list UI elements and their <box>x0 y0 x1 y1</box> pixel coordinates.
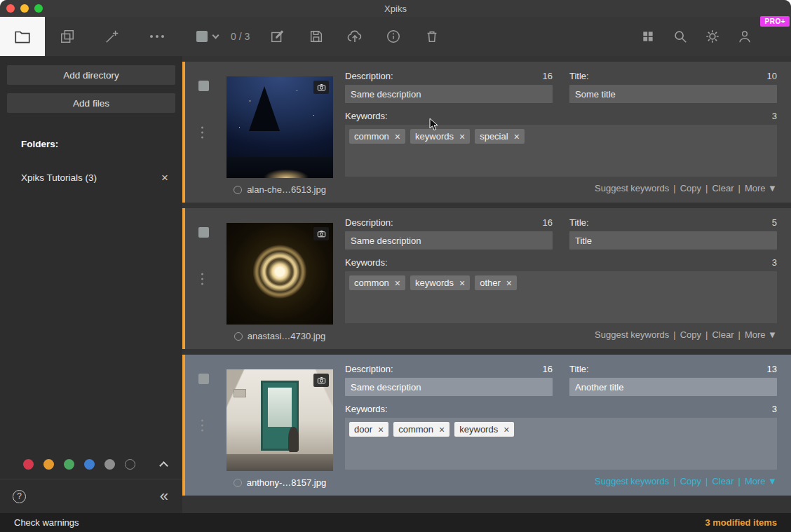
zoom-window-button[interactable] <box>34 4 43 13</box>
more-actions-button[interactable] <box>135 17 180 56</box>
title-count: 5 <box>772 217 777 228</box>
upload-button[interactable] <box>335 17 374 56</box>
pro-plus-badge[interactable]: PRO+ <box>760 16 790 27</box>
remove-keyword-icon[interactable]: × <box>514 132 520 142</box>
keyword-tag[interactable]: door× <box>349 422 388 437</box>
keywords-box[interactable]: common× keywords× other× <box>345 271 777 323</box>
color-dot-green[interactable] <box>64 459 74 470</box>
keyword-tag[interactable]: common× <box>349 275 405 290</box>
copy-link[interactable]: Copy <box>680 329 701 340</box>
item-checkbox[interactable] <box>198 374 209 384</box>
check-warnings-link[interactable]: Check warnings <box>14 517 79 528</box>
remove-keyword-icon[interactable]: × <box>459 132 465 142</box>
add-directory-button[interactable]: Add directory <box>7 65 175 85</box>
info-button[interactable] <box>374 17 412 56</box>
drag-handle-icon[interactable] <box>201 273 203 285</box>
thumbnail[interactable] <box>227 223 333 325</box>
keywords-box[interactable]: common× keywords× special× <box>345 125 777 177</box>
copy-link[interactable]: Copy <box>680 183 701 193</box>
color-dot-gray[interactable] <box>104 459 115 470</box>
description-input[interactable] <box>345 378 553 396</box>
description-label: Description: <box>345 364 393 374</box>
item-radio[interactable] <box>234 332 243 341</box>
item-radio[interactable] <box>234 186 242 194</box>
keyword-tag[interactable]: keywords× <box>454 422 514 437</box>
clear-link[interactable]: Clear <box>712 476 733 486</box>
remove-keyword-icon[interactable]: × <box>378 425 384 435</box>
thumbnail[interactable] <box>227 76 333 178</box>
clear-link[interactable]: Clear <box>712 329 733 340</box>
item-radio[interactable] <box>234 479 242 487</box>
remove-keyword-icon[interactable]: × <box>395 278 400 288</box>
item-checkbox[interactable] <box>198 227 209 238</box>
keywords-count: 3 <box>772 404 777 414</box>
folder-name: Xpiks Tutorials (3) <box>21 172 97 183</box>
folder-list-item[interactable]: Xpiks Tutorials (3) × <box>21 172 168 184</box>
clear-link[interactable]: Clear <box>712 183 733 193</box>
grid-view-button[interactable] <box>632 17 664 56</box>
suggest-keywords-link[interactable]: Suggest keywords <box>595 329 669 340</box>
remove-keyword-icon[interactable]: × <box>459 278 465 288</box>
keyword-tag[interactable]: special× <box>475 129 525 144</box>
search-button[interactable] <box>664 17 696 56</box>
title-input[interactable] <box>569 378 777 396</box>
separator: | <box>705 476 708 486</box>
chevron-down-icon[interactable] <box>212 32 219 39</box>
drag-handle-icon[interactable] <box>201 419 203 431</box>
drag-handle-icon[interactable] <box>201 126 203 138</box>
add-files-button[interactable]: Add files <box>7 93 175 113</box>
close-window-button[interactable] <box>6 4 15 13</box>
minimize-window-button[interactable] <box>20 4 29 13</box>
remove-folder-icon[interactable]: × <box>161 172 168 184</box>
remove-keyword-icon[interactable]: × <box>395 132 400 142</box>
keyword-tag[interactable]: common× <box>349 129 405 144</box>
remove-keyword-icon[interactable]: × <box>439 425 445 435</box>
more-link[interactable]: More ▼ <box>745 183 777 193</box>
description-input[interactable] <box>345 231 553 250</box>
duplicate-button[interactable] <box>45 17 90 56</box>
remove-keyword-icon[interactable]: × <box>506 278 512 288</box>
remove-keyword-icon[interactable]: × <box>503 425 509 435</box>
select-all-control[interactable] <box>196 31 218 42</box>
wand-icon <box>104 29 120 44</box>
file-manager-button[interactable] <box>0 17 45 56</box>
keyword-tag[interactable]: other× <box>475 275 517 290</box>
magic-wand-button[interactable] <box>90 17 135 56</box>
edit-button[interactable] <box>258 17 297 56</box>
save-button[interactable] <box>297 17 335 56</box>
more-link[interactable]: More ▼ <box>745 329 777 340</box>
keywords-label: Keywords: <box>345 111 388 121</box>
title-input[interactable] <box>569 231 777 250</box>
delete-button[interactable] <box>412 17 451 56</box>
copy-link[interactable]: Copy <box>680 476 701 486</box>
settings-button[interactable] <box>696 17 729 56</box>
camera-icon <box>313 227 329 240</box>
select-all-checkbox[interactable] <box>196 31 208 42</box>
user-account-button[interactable] <box>729 17 761 56</box>
keyword-tag[interactable]: keywords× <box>410 129 470 144</box>
person-silhouette <box>288 427 299 452</box>
color-dot-orange[interactable] <box>43 459 54 470</box>
modified-items-link[interactable]: 3 modified items <box>705 517 777 528</box>
suggest-keywords-link[interactable]: Suggest keywords <box>595 476 669 486</box>
more-link[interactable]: More ▼ <box>745 476 777 486</box>
color-dot-red[interactable] <box>23 459 34 470</box>
separator: | <box>673 476 675 486</box>
description-input[interactable] <box>345 85 553 103</box>
collapse-sidebar-icon[interactable]: « <box>160 489 168 504</box>
help-icon[interactable]: ? <box>13 490 26 503</box>
color-dot-none[interactable] <box>125 459 135 470</box>
item-checkbox[interactable] <box>198 81 209 91</box>
camera-icon <box>313 374 329 387</box>
keyword-tag[interactable]: common× <box>393 422 449 437</box>
title-input[interactable] <box>569 85 777 103</box>
thumbnail[interactable] <box>227 369 333 471</box>
color-dot-blue[interactable] <box>84 459 95 470</box>
keyword-text: keywords <box>415 278 454 288</box>
keywords-box[interactable]: door× common× keywords× <box>345 418 777 470</box>
keyword-tag[interactable]: keywords× <box>410 275 470 290</box>
grid-icon <box>641 29 655 43</box>
suggest-keywords-link[interactable]: Suggest keywords <box>595 183 669 193</box>
item-filename: anthony-…8157.jpg <box>247 477 326 488</box>
chevron-up-icon[interactable] <box>159 461 168 470</box>
